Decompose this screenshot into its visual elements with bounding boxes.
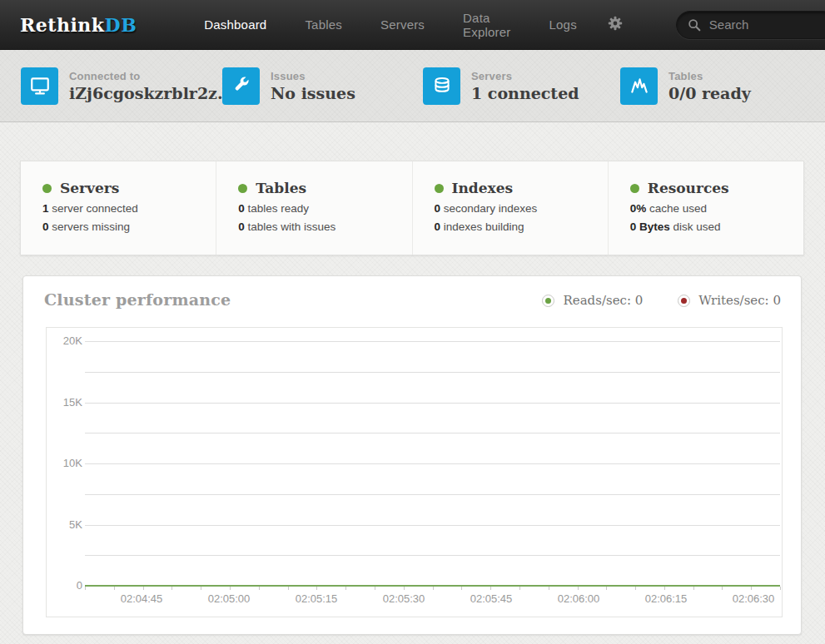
status-label: Servers — [471, 70, 579, 82]
summary-line: 0 tables with issues — [238, 221, 411, 233]
legend-label: Writes/sec: 0 — [698, 293, 781, 308]
x-tick-label: 02:06:00 — [545, 592, 612, 605]
status-text-tables: Tables 0/0 ready — [668, 70, 751, 102]
cluster-status-bar: Connected to iZj6cgoskzrblr2z... Issues … — [0, 50, 825, 122]
cluster-performance-card: Cluster performance Reads/sec: 0 Writes/… — [22, 275, 802, 635]
axis-tick — [693, 587, 694, 590]
gridline — [85, 433, 780, 433]
summary-title: Tables — [256, 180, 306, 196]
summary-line: 1 server connected — [42, 203, 216, 215]
status-ok-dot — [630, 184, 639, 193]
axis-tick — [288, 587, 289, 590]
status-value: 0/0 ready — [668, 84, 751, 102]
axis-tick — [635, 587, 636, 590]
chart-plot: 20K15K10K5K002:04:4502:05:0002:05:1502:0… — [46, 327, 783, 617]
legend-item-writes[interactable]: Writes/sec: 0 — [678, 293, 781, 308]
status-value: iZj6cgoskzrblr2z... — [69, 84, 234, 102]
axis-tick — [114, 587, 115, 590]
status-text-connected-to: Connected to iZj6cgoskzrblr2z... — [69, 70, 234, 102]
wrench-icon — [222, 67, 260, 105]
axis-tick — [519, 587, 520, 590]
axis-tick — [433, 587, 434, 590]
gridline — [85, 463, 780, 464]
axis-tick — [259, 587, 260, 590]
axis-tick — [664, 587, 665, 590]
y-tick-label: 15K — [47, 396, 82, 409]
series-line-reads-sec — [85, 585, 780, 587]
summary-line: 0 Bytes disk used — [630, 221, 803, 233]
status-text-issues: Issues No issues — [271, 70, 355, 102]
nav-item-tables[interactable]: Tables — [286, 1, 361, 48]
gridline — [85, 494, 780, 495]
status-ok-dot — [238, 184, 247, 193]
status-text-servers: Servers 1 connected — [471, 70, 579, 102]
monitor-icon — [21, 67, 58, 105]
cluster-performance-title: Cluster performance — [44, 290, 231, 309]
logo-text-db: DB — [105, 14, 137, 36]
axis-tick — [375, 587, 375, 590]
status-value: No issues — [271, 84, 355, 102]
summary-line: 0% cache used — [630, 203, 803, 215]
status-label: Connected to — [69, 70, 234, 82]
summary-line: 0 tables ready — [238, 203, 411, 215]
gridline — [85, 403, 780, 404]
gridline — [85, 372, 780, 373]
nav-item-dashboard[interactable]: Dashboard — [185, 1, 286, 48]
status-item-connected-to: Connected to iZj6cgoskzrblr2z... — [21, 67, 222, 105]
axis-tick — [404, 587, 405, 590]
axis-tick — [345, 587, 346, 590]
summary-title: Indexes — [452, 180, 514, 196]
gear-icon — [606, 14, 624, 36]
nav-item-data-explorer[interactable]: Data Explorer — [444, 0, 529, 56]
status-label: Tables — [668, 70, 751, 82]
search-input[interactable] — [709, 17, 825, 32]
legend-label: Reads/sec: 0 — [563, 293, 643, 308]
x-tick-label: 02:05:45 — [458, 592, 524, 605]
gridline — [85, 341, 780, 342]
status-value: 1 connected — [471, 84, 579, 102]
legend-dot — [678, 295, 690, 307]
search-icon — [687, 17, 702, 32]
x-tick-label: 02:05:30 — [370, 592, 437, 605]
status-label: Issues — [271, 70, 355, 82]
legend-dot — [542, 295, 554, 307]
nav-menu: Dashboard Tables Servers Data Explorer L… — [185, 0, 596, 56]
x-tick-label: 02:06:30 — [720, 592, 787, 605]
status-ok-dot — [435, 184, 444, 193]
summary-line: 0 indexes building — [435, 221, 608, 233]
x-tick-label: 02:05:15 — [283, 592, 350, 605]
logo-text-rethink: Rethink — [20, 14, 105, 36]
pulse-graph-icon — [620, 67, 658, 105]
axis-tick — [171, 587, 172, 590]
summary-panel-resources: Resources 0% cache used 0 Bytes disk use… — [609, 161, 803, 255]
cluster-summary-card: Servers 1 server connected 0 servers mis… — [20, 161, 804, 255]
status-item-tables: Tables 0/0 ready — [620, 67, 751, 105]
settings-gear-button[interactable] — [596, 2, 634, 47]
legend-item-reads[interactable]: Reads/sec: 0 — [542, 293, 643, 308]
x-tick-label: 02:05:00 — [196, 592, 262, 605]
axis-tick — [201, 587, 201, 590]
axis-tick — [549, 587, 549, 590]
summary-panel-indexes: Indexes 0 secondary indexes 0 indexes bu… — [413, 161, 609, 255]
axis-tick — [606, 587, 607, 590]
axis-tick — [143, 587, 144, 590]
y-tick-label: 20K — [47, 334, 82, 347]
summary-panel-servers: Servers 1 server connected 0 servers mis… — [21, 161, 216, 255]
nav-item-servers[interactable]: Servers — [361, 1, 444, 48]
axis-tick — [780, 587, 781, 590]
search-box[interactable] — [676, 11, 825, 39]
nav-item-logs[interactable]: Logs — [530, 1, 596, 48]
x-tick-label: 02:04:45 — [108, 592, 175, 605]
status-ok-dot — [42, 184, 52, 193]
axis-tick — [461, 587, 462, 590]
rethinkdb-logo[interactable]: RethinkDB — [20, 14, 137, 36]
y-tick-label: 0 — [47, 579, 82, 592]
top-navbar: RethinkDB Dashboard Tables Servers Data … — [0, 0, 825, 50]
y-tick-label: 5K — [47, 518, 82, 531]
status-item-issues: Issues No issues — [222, 67, 423, 105]
axis-tick — [490, 587, 491, 590]
summary-line: 0 secondary indexes — [435, 203, 608, 215]
gridline — [85, 525, 780, 526]
axis-tick — [722, 587, 723, 590]
gridline — [85, 555, 780, 556]
